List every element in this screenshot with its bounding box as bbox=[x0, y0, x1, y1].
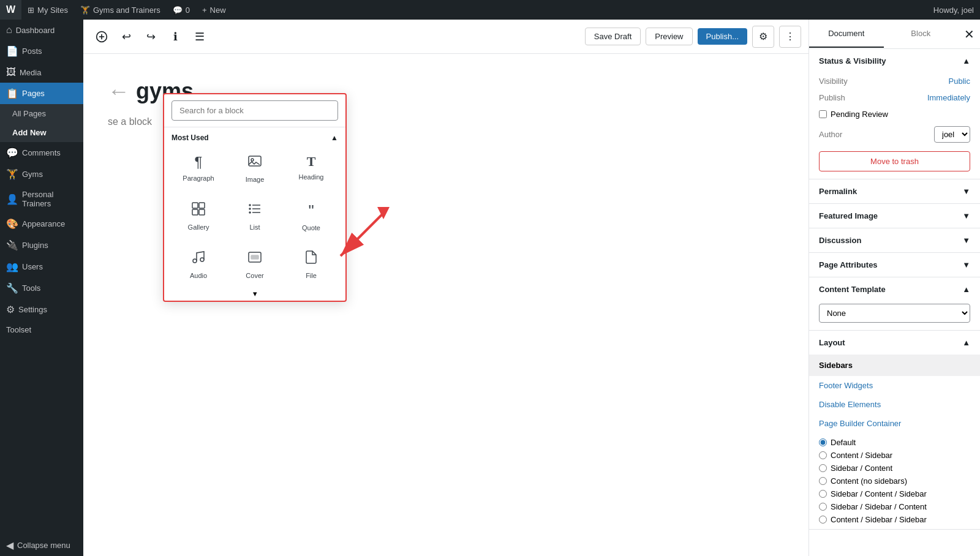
editor-toolbar: ↩ ↪ ℹ ☰ Save Draft Preview Publish... ⚙ … bbox=[83, 20, 809, 54]
settings-panel-button[interactable]: ⚙ bbox=[752, 26, 774, 48]
sidebar-item-appearance[interactable]: 🎨 Appearance bbox=[0, 213, 83, 235]
layout-sidebar-sidebar-content[interactable]: Sidebar / Sidebar / Content bbox=[819, 502, 970, 511]
layout-content-sidebar-sidebar[interactable]: Content / Sidebar / Sidebar bbox=[819, 515, 970, 524]
featured-image-header[interactable]: Featured Image ▼ bbox=[809, 204, 980, 228]
sidebar-item-tools[interactable]: 🔧 Tools bbox=[0, 277, 83, 299]
svg-rect-18 bbox=[251, 255, 258, 259]
pending-review-checkbox[interactable] bbox=[819, 110, 827, 118]
author-select[interactable]: joel bbox=[934, 126, 970, 143]
block-item-audio[interactable]: Audio bbox=[172, 242, 225, 287]
sidebar-item-media[interactable]: 🖼 Media bbox=[0, 62, 83, 83]
paragraph-icon: ¶ bbox=[195, 154, 203, 171]
block-item-quote[interactable]: " Quote bbox=[284, 193, 338, 239]
site-name-menu[interactable]: 🏋 Gyms and Trainers bbox=[74, 0, 167, 20]
pending-review-label: Pending Review bbox=[831, 110, 888, 119]
sidebar-item-users[interactable]: 👥 Users bbox=[0, 256, 83, 277]
sidebar-collapse-button[interactable]: ◀ Collapse menu bbox=[0, 535, 83, 556]
block-search-input[interactable] bbox=[172, 100, 338, 121]
right-panel: Document Block ✕ Status & Visibility ▲ V… bbox=[809, 20, 980, 556]
sidebar-item-pages[interactable]: 📋 Pages bbox=[0, 83, 83, 104]
sidebars-label: Sidebars bbox=[809, 355, 980, 376]
layout-chevron-icon: ▲ bbox=[962, 338, 970, 347]
layout-default[interactable]: Default bbox=[819, 438, 970, 447]
footer-widgets-link[interactable]: Footer Widgets bbox=[809, 376, 980, 395]
discussion-chevron-icon: ▼ bbox=[962, 236, 970, 245]
block-item-file[interactable]: File bbox=[284, 242, 338, 287]
sidebar-item-toolset[interactable]: Toolset bbox=[0, 320, 83, 339]
tab-block[interactable]: Block bbox=[884, 20, 959, 48]
publish-row: Publish Immediately bbox=[819, 89, 970, 106]
block-item-cover[interactable]: Cover bbox=[228, 242, 282, 287]
permalink-header[interactable]: Permalink ▼ bbox=[809, 179, 980, 203]
sidebar-item-plugins[interactable]: 🔌 Plugins bbox=[0, 235, 83, 256]
layout-header[interactable]: Layout ▲ bbox=[809, 331, 980, 355]
users-icon: 👥 bbox=[6, 261, 18, 272]
content-template-select[interactable]: None Default Full Width bbox=[819, 304, 970, 323]
comments-menu[interactable]: 💬 0 bbox=[167, 0, 196, 20]
collapse-icon: ◀ bbox=[6, 539, 13, 551]
settings-icon: ⚙ bbox=[6, 304, 15, 315]
permalink-section: Permalink ▼ bbox=[809, 179, 980, 204]
svg-point-4 bbox=[251, 159, 254, 161]
content-template-chevron-icon: ▲ bbox=[962, 285, 970, 294]
site-icon: 🏋 bbox=[80, 6, 90, 15]
more-button[interactable]: ⋮ bbox=[779, 26, 801, 48]
more-tools-button[interactable]: ☰ bbox=[189, 26, 211, 48]
howdy-label: Howdy, joel bbox=[927, 0, 980, 20]
page-builder-container-link[interactable]: Page Builder Container bbox=[809, 414, 980, 433]
admin-bar: W ⊞ My Sites 🏋 Gyms and Trainers 💬 0 + N… bbox=[0, 0, 980, 20]
block-grid: ¶ Paragraph Image T Heading bbox=[164, 146, 345, 287]
layout-content-no-sidebars[interactable]: Content (no sidebars) bbox=[819, 476, 970, 486]
block-item-image[interactable]: Image bbox=[228, 146, 282, 191]
permalink-chevron-icon: ▼ bbox=[962, 187, 970, 196]
scroll-down-indicator[interactable]: ▾ bbox=[164, 287, 345, 301]
block-item-list[interactable]: List bbox=[228, 193, 282, 239]
gyms-icon: 🏋 bbox=[6, 168, 18, 180]
redo-button[interactable]: ↪ bbox=[140, 26, 162, 48]
quote-icon: " bbox=[308, 201, 314, 220]
sidebar-item-posts[interactable]: 📄 Posts bbox=[0, 40, 83, 62]
sidebar-item-settings[interactable]: ⚙ Settings bbox=[0, 299, 83, 320]
preview-button[interactable]: Preview bbox=[646, 28, 692, 45]
save-draft-button[interactable]: Save Draft bbox=[585, 28, 641, 45]
sidebar-item-comments[interactable]: 💬 Comments bbox=[0, 142, 83, 163]
svg-point-12 bbox=[249, 205, 251, 206]
undo-button[interactable]: ↩ bbox=[115, 26, 137, 48]
status-visibility-header[interactable]: Status & Visibility ▲ bbox=[809, 49, 980, 73]
content-template-header[interactable]: Content Template ▲ bbox=[809, 277, 980, 301]
my-sites-menu[interactable]: ⊞ My Sites bbox=[21, 0, 74, 20]
svg-marker-21 bbox=[377, 207, 390, 219]
panel-close-button[interactable]: ✕ bbox=[958, 23, 980, 45]
page-attributes-chevron-icon: ▼ bbox=[962, 260, 970, 269]
block-item-gallery[interactable]: Gallery bbox=[172, 193, 225, 239]
sidebar-item-gyms[interactable]: 🏋 Gyms bbox=[0, 163, 83, 185]
collapse-section-icon[interactable]: ▲ bbox=[331, 133, 338, 142]
block-item-paragraph[interactable]: ¶ Paragraph bbox=[172, 146, 225, 191]
page-attributes-header[interactable]: Page Attributes ▼ bbox=[809, 253, 980, 277]
new-menu[interactable]: + New bbox=[196, 0, 232, 20]
discussion-header[interactable]: Discussion ▼ bbox=[809, 228, 980, 252]
gallery-icon bbox=[191, 201, 206, 220]
svg-point-15 bbox=[193, 259, 197, 263]
add-block-button[interactable] bbox=[91, 26, 113, 48]
sidebar-item-all-pages[interactable]: All Pages bbox=[0, 104, 83, 123]
sidebar-item-personal-trainers[interactable]: 👤 Personal Trainers bbox=[0, 185, 83, 213]
tab-document[interactable]: Document bbox=[809, 20, 884, 48]
sidebar-item-add-new[interactable]: Add New bbox=[0, 123, 83, 142]
block-item-heading[interactable]: T Heading bbox=[284, 146, 338, 191]
sidebar: ⌂ Dashboard 📄 Posts 🖼 Media 📋 Pages All … bbox=[0, 20, 83, 556]
info-button[interactable]: ℹ bbox=[164, 26, 186, 48]
layout-sidebar-content-sidebar[interactable]: Sidebar / Content / Sidebar bbox=[819, 489, 970, 498]
disable-elements-link[interactable]: Disable Elements bbox=[809, 395, 980, 414]
move-trash-button[interactable]: Move to trash bbox=[819, 151, 970, 171]
site-name-label: Gyms and Trainers bbox=[93, 6, 160, 15]
svg-rect-6 bbox=[199, 203, 205, 208]
author-row: Author joel bbox=[819, 122, 970, 146]
layout-content-sidebar[interactable]: Content / Sidebar bbox=[819, 451, 970, 460]
block-search-container bbox=[164, 94, 345, 127]
sidebar-item-dashboard[interactable]: ⌂ Dashboard bbox=[0, 20, 83, 40]
wp-logo[interactable]: W bbox=[0, 0, 21, 20]
panel-header: Document Block ✕ bbox=[809, 20, 980, 49]
layout-sidebar-content[interactable]: Sidebar / Content bbox=[819, 464, 970, 473]
publish-button[interactable]: Publish... bbox=[698, 28, 747, 45]
